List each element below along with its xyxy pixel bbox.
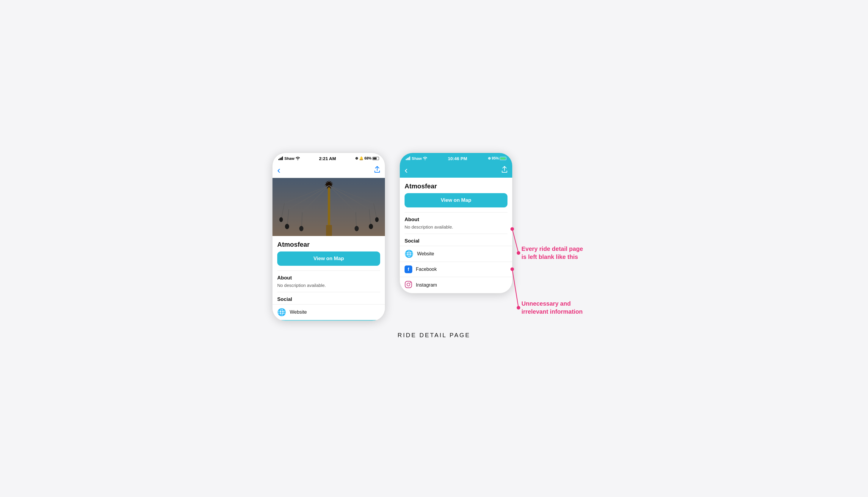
phone2-website-lbl: Website: [417, 251, 434, 257]
phone2-globe-icon: 🌐: [405, 250, 414, 258]
svg-rect-31: [409, 157, 410, 160]
phone1-globe-icon: 🌐: [277, 308, 286, 316]
phone2-about-h: About: [400, 213, 512, 224]
page-bottom-title: RIDE DETAIL PAGE: [398, 332, 471, 339]
phone2: Shaw 10:46 PM ⊕ 95% ‹ Atmosfear View on …: [400, 153, 512, 294]
phone1-back-btn[interactable]: ‹: [277, 165, 280, 175]
svg-rect-28: [406, 159, 407, 160]
phone2-status-bar: Shaw 10:46 PM ⊕ 95%: [400, 153, 512, 163]
phone2-fb-lbl: Facebook: [416, 267, 437, 272]
annotation-1-text: Every ride detail pageis left blank like…: [521, 245, 596, 261]
svg-point-17: [285, 224, 289, 229]
phone1-navbar: ‹: [273, 163, 385, 178]
p1-battery-icon: [373, 157, 379, 160]
phone2-about-p: No description available.: [400, 224, 512, 233]
phone2-back-btn[interactable]: ‹: [405, 165, 408, 175]
svg-rect-7: [326, 225, 332, 236]
phone1-website-lbl: Website: [290, 310, 307, 315]
svg-rect-1: [280, 158, 280, 160]
phone2-social-h: Social: [400, 234, 512, 246]
phone2-facebook-row[interactable]: f Facebook: [400, 261, 512, 277]
p2-time: 10:46 PM: [448, 156, 467, 161]
phone2-share-btn[interactable]: [502, 166, 507, 173]
svg-point-35: [410, 282, 411, 283]
p1-battery-pct: 68%: [364, 156, 372, 160]
svg-point-27: [375, 217, 379, 222]
svg-point-25: [355, 226, 359, 231]
phone2-body: Atmosfear View on Map About No descripti…: [400, 178, 512, 293]
svg-point-23: [369, 224, 373, 229]
annotation-1-block: Every ride detail pageis left blank like…: [521, 245, 596, 261]
p1-time: 2:21 AM: [319, 156, 336, 161]
phone2-title: Atmosfear: [400, 178, 512, 193]
p2-battery-pct: 95%: [492, 156, 499, 160]
phone1-hero: [273, 178, 385, 236]
p2-loc-icon: ⊕: [488, 156, 491, 160]
phone1-website-row[interactable]: 🌐 Website: [273, 304, 385, 320]
p1-carrier: Shaw: [284, 156, 294, 161]
phone1-map-btn[interactable]: View on Map: [277, 252, 380, 266]
svg-rect-2: [281, 157, 282, 160]
phone2-website-row[interactable]: 🌐 Website: [400, 246, 512, 261]
main-layout: Shaw 2:21 AM ⊕ 🔔 68% ‹: [272, 153, 596, 321]
phone2-navbar: ‹: [400, 163, 512, 178]
phone1-status-bar: Shaw 2:21 AM ⊕ 🔔 68%: [273, 153, 385, 163]
phone1-about-h: About: [273, 271, 385, 283]
phone2-fb-icon: f: [405, 266, 412, 273]
svg-point-21: [279, 217, 283, 222]
svg-point-34: [407, 283, 410, 286]
p2-battery-icon: [500, 157, 506, 160]
phone1-title: Atmosfear: [273, 236, 385, 252]
phones-row: Shaw 2:21 AM ⊕ 🔔 68% ‹: [272, 153, 512, 321]
phone1-about-p: No description available.: [273, 283, 385, 292]
p2-carrier: Shaw: [412, 156, 422, 161]
svg-rect-0: [278, 159, 279, 160]
annotation-area: Every ride detail pageis left blank like…: [512, 153, 596, 316]
phone1: Shaw 2:21 AM ⊕ 🔔 68% ‹: [272, 153, 385, 321]
p1-alarm-icon: 🔔: [359, 156, 363, 160]
phone2-ig-icon: [405, 281, 412, 289]
phone2-ig-lbl: Instagram: [416, 282, 437, 288]
p1-loc-icon: ⊕: [355, 156, 358, 160]
svg-rect-30: [408, 157, 409, 160]
svg-rect-29: [407, 158, 408, 160]
svg-rect-3: [282, 157, 283, 160]
phone1-social-h: Social: [273, 292, 385, 304]
annotation-2-text: Unnecessary andirrelevant information: [521, 300, 596, 316]
phone1-share-btn[interactable]: [374, 166, 380, 173]
phone2-instagram-row[interactable]: Instagram: [400, 277, 512, 293]
phone2-map-btn[interactable]: View on Map: [405, 193, 507, 208]
svg-point-19: [299, 226, 303, 231]
annotation-2-block: Unnecessary andirrelevant information: [521, 300, 596, 316]
svg-point-32: [424, 159, 425, 160]
phone1-body: Atmosfear View on Map About No descripti…: [273, 236, 385, 321]
phone1-scroll-indicator: [277, 320, 380, 321]
svg-point-4: [297, 159, 298, 160]
svg-rect-33: [405, 281, 412, 288]
